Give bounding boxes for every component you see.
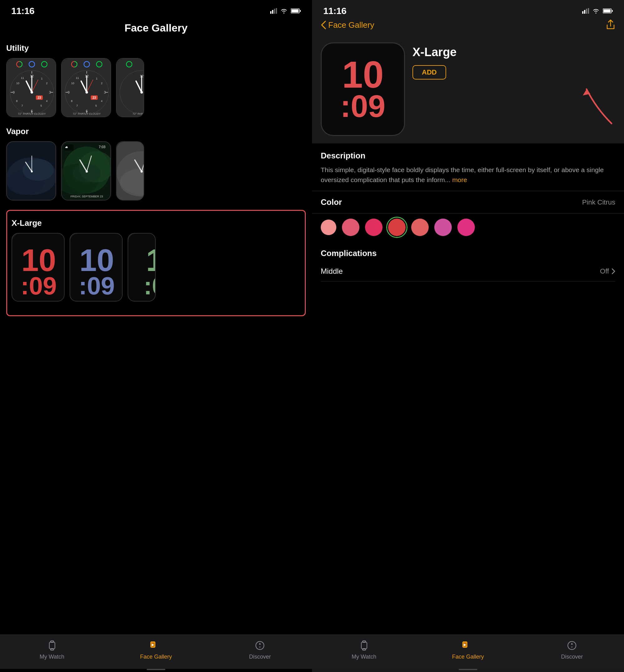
svg-rect-125 [612,10,613,12]
back-button[interactable]: Face Gallery [321,20,374,30]
color-swatch-5[interactable] [434,219,452,236]
right-wifi-icon [592,8,600,14]
preview-time-hour: 10 [322,51,404,91]
xlarge-face-3[interactable]: 1 :0 [128,233,156,301]
right-battery-icon [603,8,613,14]
svg-text:72° PARTLY CLOUDY: 72° PARTLY CLOUDY [73,112,101,115]
color-label: Color [321,197,342,207]
svg-text:4: 4 [101,100,102,103]
svg-text:8: 8 [71,100,72,103]
right-scroll-dot [459,669,477,670]
utility-face-3-svg: 12 3 72° PARTLY C [117,59,144,117]
svg-text:☁️: ☁️ [65,145,68,149]
color-swatch-2[interactable] [365,219,383,236]
discover-icon [254,639,266,652]
svg-text:72° PARTLY C: 72° PARTLY C [133,112,144,115]
color-swatch-6[interactable] [458,219,475,236]
right-status-icons [582,8,613,14]
svg-text:4: 4 [46,100,47,103]
vapor-face-3[interactable] [116,141,144,200]
svg-rect-118 [582,11,583,14]
svg-point-78 [23,159,54,181]
color-swatch-0[interactable] [321,219,336,235]
color-swatch-4[interactable] [411,219,429,236]
left-scroll-content[interactable]: Utility [0,40,312,635]
left-status-icons [270,8,301,14]
right-tab-my-watch-label: My Watch [352,653,376,660]
svg-point-35 [31,91,33,93]
complication-middle-label: Middle [321,267,343,276]
xlarge-face-2[interactable]: 10 :09 [70,233,123,301]
vapor-face-2-svg: ☁️ 7:03 FRIDAY, SEPTEMBER 23 [62,142,111,200]
svg-marker-126 [583,89,590,96]
svg-text:11: 11 [21,76,24,80]
xlarge-face-1[interactable]: 10 :09 [11,233,64,301]
svg-text::0: :0 [144,272,156,300]
svg-rect-7 [300,10,301,12]
right-tab-bar: My Watch ▶ Face Gallery Disco [312,635,624,669]
utility-face-1[interactable]: 12 3 6 9 1 2 5 11 10 7 4 8 23 [6,58,56,117]
left-tab-face-gallery[interactable]: ▶ Face Gallery [137,639,175,660]
svg-rect-120 [586,9,587,14]
svg-point-86 [73,164,101,182]
vapor-face-2[interactable]: ☁️ 7:03 FRIDAY, SEPTEMBER 23 [61,141,111,200]
svg-rect-2 [274,9,275,14]
svg-text:9: 9 [68,90,70,94]
svg-rect-127 [361,642,367,649]
left-tab-discover[interactable]: Discover [241,639,279,660]
preview-time-minute: :09 [322,91,404,127]
right-panel: 11:16 [312,0,624,672]
svg-rect-124 [603,9,610,12]
battery-icon [291,8,301,14]
svg-point-99 [141,170,143,173]
color-swatch-1[interactable] [342,219,359,236]
svg-text:7:03: 7:03 [99,145,105,149]
signal-icon [270,8,277,14]
svg-text::09: :09 [21,272,57,300]
svg-point-133 [568,641,576,649]
complication-middle-row[interactable]: Middle Off [321,261,615,281]
back-label: Face Gallery [328,20,374,30]
color-value: Pink Citrus [582,198,615,207]
xlarge-face-3-svg: 1 :0 [128,234,156,301]
share-icon [606,19,615,30]
color-swatch-3[interactable] [388,219,406,236]
right-tab-my-watch[interactable]: My Watch [345,639,383,660]
vapor-face-1-svg [7,142,56,200]
preview-section: 10 :09 X-Large ADD [312,36,624,143]
vapor-face-1[interactable] [6,141,56,200]
svg-text:23: 23 [37,96,41,100]
svg-text:FRIDAY, SEPTEMBER 23: FRIDAY, SEPTEMBER 23 [71,195,103,198]
share-button[interactable] [606,19,615,31]
color-section: Color Pink Citrus [312,191,624,242]
right-tab-face-gallery[interactable]: ▶ Face Gallery [449,639,487,660]
watch-face-preview[interactable]: 10 :09 [321,43,405,136]
xlarge-section-label: X-Large [11,218,301,228]
svg-text:7: 7 [21,104,23,107]
svg-text::09: :09 [79,272,115,300]
add-button[interactable]: ADD [413,65,446,80]
svg-rect-0 [270,11,271,14]
svg-text:▶: ▶ [152,643,154,646]
svg-text:7: 7 [76,104,78,107]
complication-middle-value: Off [600,267,615,275]
right-tab-discover[interactable]: Discover [553,639,591,660]
svg-text:11: 11 [76,76,79,80]
right-signal-icon [582,8,589,14]
utility-face-3[interactable]: 12 3 72° PARTLY C [116,58,144,117]
svg-rect-6 [291,9,298,12]
xlarge-faces-row: 10 :09 10 :09 1 [11,233,301,301]
description-more[interactable]: more [452,176,467,183]
utility-face-2-svg: 12 3 6 9 1 2 5 11 10 7 4 8 23 [62,59,111,117]
left-panel: 11:16 Face Gallery [0,0,312,672]
svg-text:10: 10 [16,82,19,85]
right-my-watch-icon [358,639,370,652]
svg-text:1: 1 [96,77,97,80]
utility-face-2[interactable]: 12 3 6 9 1 2 5 11 10 7 4 8 23 [61,58,111,117]
left-tab-bar: My Watch ▶ Face Gallery Disco [0,635,312,669]
xlarge-section: X-Large 10 :09 10 :09 [6,210,306,316]
svg-text:▶: ▶ [464,643,466,646]
description-block: Description This simple, digital-style f… [312,143,624,191]
vapor-section-label: Vapor [6,127,306,136]
left-tab-my-watch[interactable]: My Watch [33,639,71,660]
